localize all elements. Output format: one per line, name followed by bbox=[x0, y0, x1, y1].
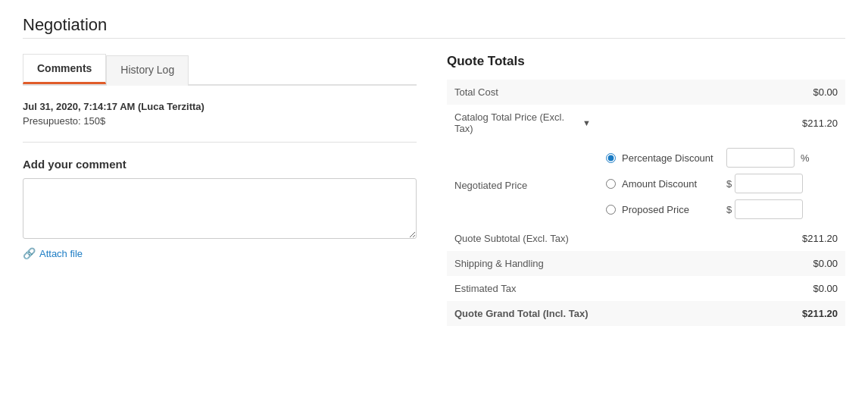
negotiated-option-amount: Amount Discount $ bbox=[606, 174, 838, 193]
table-row: Total Cost $0.00 bbox=[447, 80, 845, 105]
percentage-discount-radio[interactable] bbox=[606, 153, 616, 163]
shipping-value: $0.00 bbox=[598, 251, 845, 276]
negotiated-price-options-cell: Percentage Discount % Amount Discount $ bbox=[598, 141, 845, 226]
tax-label: Estimated Tax bbox=[447, 276, 598, 301]
proposed-price-input-wrapper: $ bbox=[726, 199, 803, 219]
table-row: Quote Subtotal (Excl. Tax) $211.20 bbox=[447, 226, 845, 251]
comment-divider bbox=[23, 142, 417, 143]
negotiated-options: Percentage Discount % Amount Discount $ bbox=[606, 148, 838, 219]
percentage-symbol: % bbox=[801, 152, 810, 164]
catalog-price-label-text: Catalog Total Price (Excl. Tax) bbox=[454, 111, 579, 134]
negotiated-option-percentage: Percentage Discount % bbox=[606, 148, 838, 168]
amount-discount-label: Amount Discount bbox=[622, 178, 720, 190]
comment-date: Jul 31, 2020, 7:14:17 AM (Luca Terzitta) bbox=[23, 101, 417, 112]
negotiated-price-label: Negotiated Price bbox=[447, 141, 598, 226]
subtotal-label: Quote Subtotal (Excl. Tax) bbox=[447, 226, 598, 251]
tab-comments[interactable]: Comments bbox=[23, 54, 106, 84]
subtotal-value: $211.20 bbox=[598, 226, 845, 251]
main-layout: Comments History Log Jul 31, 2020, 7:14:… bbox=[23, 54, 845, 326]
proposed-price-label: Proposed Price bbox=[622, 204, 720, 215]
catalog-dropdown-arrow-icon[interactable]: ▼ bbox=[582, 118, 591, 127]
grand-total-row: Quote Grand Total (Incl. Tax) $211.20 bbox=[447, 301, 845, 326]
percentage-discount-input[interactable] bbox=[726, 148, 795, 168]
negotiated-price-row: Negotiated Price Percentage Discount % bbox=[447, 141, 845, 226]
right-panel: Quote Totals Total Cost $0.00 Catalog To… bbox=[447, 54, 845, 326]
comment-textarea[interactable] bbox=[23, 178, 417, 239]
grand-total-label: Quote Grand Total (Incl. Tax) bbox=[447, 301, 598, 326]
tabs-container: Comments History Log bbox=[23, 54, 417, 86]
amount-discount-input-wrapper: $ bbox=[726, 174, 803, 193]
table-row: Shipping & Handling $0.00 bbox=[447, 251, 845, 276]
quote-totals-title: Quote Totals bbox=[447, 54, 845, 69]
page-title: Negotiation bbox=[23, 15, 845, 35]
tax-value: $0.00 bbox=[598, 276, 845, 301]
proposed-price-radio[interactable] bbox=[606, 205, 616, 215]
quote-totals-table: Total Cost $0.00 Catalog Total Price (Ex… bbox=[447, 80, 845, 326]
amount-dollar-symbol: $ bbox=[726, 178, 732, 190]
attach-file-link[interactable]: 🔗 Attach file bbox=[23, 247, 83, 259]
percentage-discount-label: Percentage Discount bbox=[622, 152, 720, 164]
negotiated-option-proposed: Proposed Price $ bbox=[606, 199, 838, 219]
amount-discount-radio[interactable] bbox=[606, 179, 616, 189]
shipping-label: Shipping & Handling bbox=[447, 251, 598, 276]
paperclip-icon: 🔗 bbox=[23, 247, 36, 259]
table-row: Catalog Total Price (Excl. Tax) ▼ $211.2… bbox=[447, 105, 845, 141]
add-comment-label: Add your comment bbox=[23, 158, 417, 171]
total-cost-label: Total Cost bbox=[447, 80, 598, 105]
table-row: Estimated Tax $0.00 bbox=[447, 276, 845, 301]
comment-entry: Jul 31, 2020, 7:14:17 AM (Luca Terzitta)… bbox=[23, 101, 417, 127]
proposed-dollar-symbol: $ bbox=[726, 204, 732, 215]
catalog-price-label: Catalog Total Price (Excl. Tax) ▼ bbox=[447, 105, 598, 141]
left-panel: Comments History Log Jul 31, 2020, 7:14:… bbox=[23, 54, 417, 326]
tab-history-log[interactable]: History Log bbox=[106, 55, 189, 86]
grand-total-value: $211.20 bbox=[598, 301, 845, 326]
proposed-price-input[interactable] bbox=[735, 199, 803, 219]
catalog-price-value: $211.20 bbox=[598, 105, 845, 141]
comment-text: Presupuesto: 150$ bbox=[23, 115, 417, 127]
amount-discount-input[interactable] bbox=[735, 174, 803, 193]
total-cost-value: $0.00 bbox=[598, 80, 845, 105]
attach-file-label: Attach file bbox=[39, 248, 83, 259]
